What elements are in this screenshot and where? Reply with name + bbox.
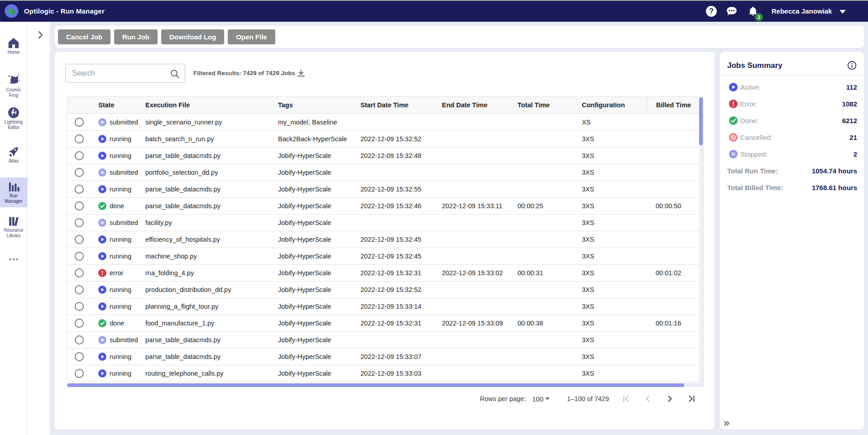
- expand-panel-chevron-icon[interactable]: [35, 29, 46, 40]
- row-radio[interactable]: [75, 369, 84, 378]
- row-radio[interactable]: [75, 285, 84, 294]
- row-radio[interactable]: [75, 201, 84, 210]
- execution-file-cell: parse_table_datacmds.py: [141, 332, 273, 348]
- row-radio[interactable]: [75, 252, 84, 261]
- total-time-cell: [513, 298, 577, 315]
- run-job-button[interactable]: Run Job: [114, 29, 158, 44]
- column-header-tags[interactable]: Tags: [273, 97, 356, 113]
- row-radio[interactable]: [75, 218, 84, 227]
- collapse-panel-icon[interactable]: »: [724, 419, 734, 428]
- summary-divider: [720, 75, 864, 76]
- state-label: done: [110, 315, 124, 331]
- table-row[interactable]: running machine_shop.py Jobify-HyperScal…: [67, 248, 699, 265]
- row-radio[interactable]: [75, 268, 84, 277]
- tags-cell: my_model, Baseline: [273, 114, 356, 130]
- total-time-cell: [513, 164, 577, 181]
- column-header-execution-file[interactable]: Execution File: [141, 97, 273, 113]
- row-radio[interactable]: [75, 185, 84, 194]
- state-running-icon: [98, 252, 106, 260]
- sidebar-item-label: Library: [0, 233, 27, 239]
- sidebar-item-home[interactable]: Home: [0, 33, 27, 63]
- state-label: submitted: [110, 332, 138, 348]
- row-radio[interactable]: [75, 134, 84, 143]
- sidebar-item-more[interactable]: [0, 251, 27, 264]
- configuration-cell: 3XS: [577, 248, 647, 264]
- column-header-total-time[interactable]: Total Time: [513, 97, 577, 113]
- tags-cell: Jobify-HyperScale: [273, 365, 356, 382]
- cancel-job-button[interactable]: Cancel Job: [58, 29, 110, 44]
- download-results-icon[interactable]: [296, 69, 306, 79]
- chat-icon[interactable]: [726, 5, 738, 17]
- grid-header-row: StateExecution FileTagsStart Date TimeEn…: [67, 97, 699, 114]
- sidebar-item-atlas[interactable]: Atlas: [0, 142, 27, 169]
- sidebar-item-cosmic-frog[interactable]: CosmicFrog: [0, 70, 27, 100]
- vertical-scrollbar-thumb[interactable]: [699, 97, 703, 145]
- table-row[interactable]: running batch_search_n_run.py Back2Back-…: [67, 131, 699, 148]
- run-manager-icon: [7, 180, 20, 193]
- tags-cell: Jobify-HyperScale: [273, 298, 356, 315]
- billed-time-cell: [647, 215, 699, 231]
- state-label: submitted: [110, 164, 138, 181]
- state-running-icon: [98, 185, 106, 193]
- summary-error-icon: [729, 100, 738, 108]
- column-header-billed-time[interactable]: Billed Time: [647, 97, 699, 113]
- state-label: error: [110, 265, 124, 281]
- table-row[interactable]: running production_distribution_dd.py Jo…: [67, 282, 699, 298]
- help-icon[interactable]: ?: [705, 5, 717, 17]
- user-caret-icon[interactable]: [839, 10, 846, 14]
- table-row[interactable]: submitted portfolio_selection_dd.py Jobi…: [67, 164, 699, 181]
- next-page-button[interactable]: [664, 393, 675, 404]
- horizontal-scrollbar-thumb[interactable]: [67, 383, 684, 387]
- total-time-cell: [513, 114, 577, 130]
- download-log-button[interactable]: Download Log: [161, 29, 224, 44]
- table-row[interactable]: running parse_table_datacmds.py Jobify-H…: [67, 181, 699, 198]
- sidebar-item-run-manager[interactable]: RunManager: [0, 177, 27, 207]
- table-row[interactable]: submitted parse_table_datacmds.py Jobify…: [67, 332, 699, 349]
- table-row[interactable]: running routing_telephone_calls.py Jobif…: [67, 365, 699, 382]
- table-row[interactable]: running planning_a_flight_tour.py Jobify…: [67, 298, 699, 315]
- billed-time-cell: [647, 181, 699, 197]
- table-row[interactable]: submitted facility.py Jobify-HyperScale …: [67, 215, 699, 231]
- last-page-button[interactable]: [686, 393, 697, 404]
- table-row[interactable]: running parse_table_datacmds.py Jobify-H…: [67, 349, 699, 365]
- table-row[interactable]: error rna_folding_4.py Jobify-HyperScale…: [67, 265, 699, 282]
- sidebar-item-lightning-editor[interactable]: LightningEditor: [0, 103, 27, 133]
- row-radio[interactable]: [75, 319, 84, 328]
- first-page-button[interactable]: [621, 393, 632, 404]
- state-label: running: [110, 248, 131, 264]
- row-radio[interactable]: [75, 151, 84, 160]
- table-row[interactable]: running efficiency_of_hospitals.py Jobif…: [67, 231, 699, 248]
- summary-done-icon: [729, 116, 738, 125]
- row-radio[interactable]: [75, 352, 84, 361]
- column-header-state[interactable]: State: [91, 97, 141, 113]
- row-radio[interactable]: [75, 235, 84, 244]
- search-input[interactable]: [66, 64, 185, 82]
- rows-per-page-caret-icon[interactable]: [545, 397, 550, 400]
- column-header-configuration[interactable]: Configuration: [577, 97, 647, 113]
- start-date-cell: 2022-12-09 15:33:03: [356, 365, 437, 382]
- execution-file-cell: portfolio_selection_dd.py: [141, 164, 273, 181]
- table-row[interactable]: done food_manufacture_1.py Jobify-HyperS…: [67, 315, 699, 332]
- execution-file-cell: single_scenario_runner.py: [141, 114, 273, 130]
- summary-stat-value: 2: [854, 150, 857, 158]
- open-file-button[interactable]: Open File: [228, 29, 275, 44]
- table-row[interactable]: submitted single_scenario_runner.py my_m…: [67, 114, 699, 131]
- rows-per-page-select[interactable]: 100: [532, 395, 543, 403]
- row-radio[interactable]: [75, 302, 84, 311]
- table-row[interactable]: done parse_table_datacmds.py Jobify-Hype…: [67, 198, 699, 215]
- sidebar-item-label: Manager: [0, 199, 27, 204]
- sidebar-item-label: Home: [0, 50, 27, 55]
- row-radio[interactable]: [75, 335, 84, 344]
- previous-page-button[interactable]: [643, 393, 653, 404]
- column-header-end-date-time[interactable]: End Date Time: [437, 97, 513, 113]
- table-row[interactable]: running parse_table_datacmds.py Jobify-H…: [67, 148, 699, 164]
- configuration-cell: 3XS: [577, 181, 647, 197]
- start-date-cell: 2022-12-09 15:32:31: [356, 265, 437, 281]
- user-menu[interactable]: Rebecca Janowiak: [772, 1, 832, 22]
- summary-stat-error: Error: 1082: [720, 96, 864, 112]
- info-icon[interactable]: [847, 61, 857, 70]
- sidebar-item-resource-library[interactable]: ResourceLibrary: [0, 212, 27, 242]
- column-header-start-date-time[interactable]: Start Date Time: [356, 97, 437, 113]
- row-radio[interactable]: [75, 118, 84, 127]
- row-radio[interactable]: [75, 168, 84, 177]
